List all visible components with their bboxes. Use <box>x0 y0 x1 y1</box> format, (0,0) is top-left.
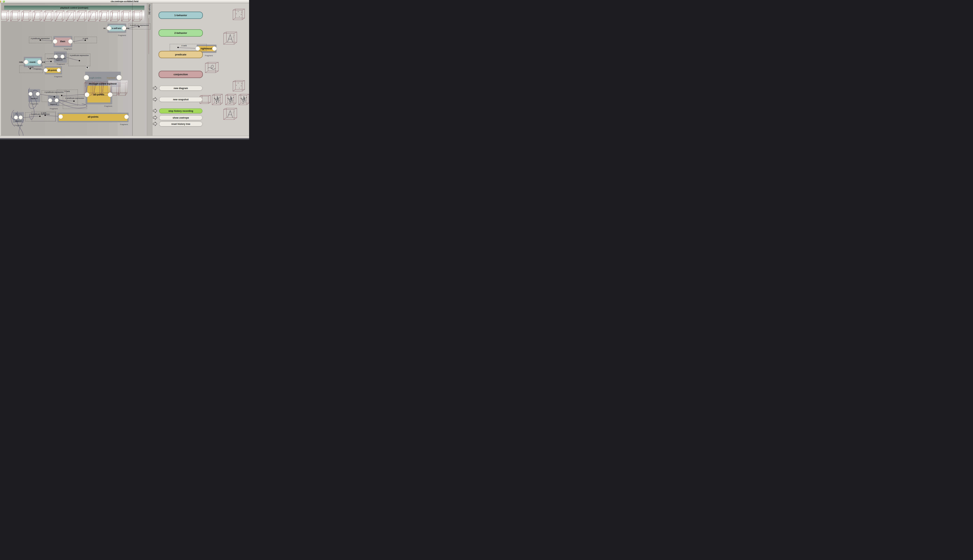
show-zoetrope-label: show zoetrope <box>172 117 189 119</box>
fragment-id-label: diagram-19 <box>31 98 38 99</box>
snapshot-thumbnail[interactable] <box>239 94 249 105</box>
zoetrope-frame <box>10 10 20 22</box>
behavior1-label: 1-behavior <box>174 14 187 17</box>
fragment-caption: Fragment <box>30 103 38 105</box>
reset-history-tree-label: reset history tree <box>171 123 190 125</box>
port[interactable] <box>117 75 122 80</box>
port[interactable] <box>28 92 32 96</box>
new-snapshot-button[interactable]: new snapshot <box>159 97 202 102</box>
port[interactable] <box>37 60 42 64</box>
port[interactable] <box>19 115 23 119</box>
slot-label: A predicate expression <box>70 55 89 57</box>
port[interactable] <box>48 98 52 102</box>
window-title: cla-zoetrope-scribble2.field <box>0 0 249 3</box>
fragment-label: round- <box>29 61 36 63</box>
fragment-id-label: diagram-22 <box>15 120 22 122</box>
zoetrope-frame <box>1 10 9 22</box>
window-bottom-edge <box>0 138 249 140</box>
snapshot-thumbnail[interactable] <box>205 62 219 73</box>
snapshot-thumbnail[interactable] <box>233 80 245 92</box>
zoetrope-glass-overlay <box>108 80 128 92</box>
zoetrope-frame <box>99 10 109 22</box>
port[interactable] <box>196 47 200 51</box>
slot-label: A verb <box>83 38 88 40</box>
zoetrope-frame <box>77 10 87 22</box>
arrow-right-icon <box>152 115 158 120</box>
slot-label: A verb <box>28 66 33 68</box>
reset-history-tree-button[interactable]: reset history tree <box>159 122 202 127</box>
playback-control-header[interactable]: playback control (zoetrope) <box>4 6 144 10</box>
fragment-label: then <box>60 40 65 43</box>
title-bar[interactable]: cla-zoetrope-scribble2.field <box>0 0 249 3</box>
arrow-right-icon <box>152 108 158 113</box>
conjunction-button[interactable]: conjunction <box>159 71 203 78</box>
snapshot-thumbnail[interactable] <box>225 94 236 105</box>
stop-history-recording-label: stop history recording <box>168 110 193 112</box>
port[interactable] <box>60 55 64 58</box>
conjunction-label: conjunction <box>174 73 188 76</box>
fragment-label: all-points <box>88 115 99 118</box>
port[interactable] <box>108 92 112 97</box>
tc-ghost-left: ough-centre <box>89 77 101 79</box>
snapshot-thumbnail[interactable] <box>223 32 237 45</box>
behavior2-label: 2-behavior <box>174 32 187 34</box>
stop-history-recording-button[interactable]: stop history recording <box>159 108 202 113</box>
port[interactable] <box>44 68 48 72</box>
zoetrope-frame <box>65 10 76 22</box>
arrow-right-icon <box>152 85 158 91</box>
port[interactable] <box>85 92 89 97</box>
behavior2-button[interactable]: 2-behavior <box>159 29 203 37</box>
new-diagram-label: new diagram <box>174 87 188 90</box>
fragment-label: all-points <box>94 93 104 96</box>
zoetrope-film-strip[interactable] <box>1 10 144 22</box>
port[interactable] <box>122 26 126 30</box>
port[interactable] <box>107 26 111 30</box>
behavior1-button[interactable]: 1-behavior <box>159 12 203 19</box>
mouse-cursor <box>86 66 89 69</box>
slot-label: A verb <box>41 112 46 114</box>
snapshot-thumbnail[interactable] <box>223 108 237 120</box>
arrow-right-icon <box>152 121 158 127</box>
new-diagram-button[interactable]: new diagram <box>159 86 202 91</box>
port[interactable] <box>212 47 217 51</box>
port[interactable] <box>54 55 58 58</box>
playback-control-label: playback control (zoetrope) <box>60 7 89 9</box>
new-snapshot-label: new snapshot <box>173 98 189 101</box>
port[interactable] <box>124 115 129 119</box>
finish-strip[interactable]: finish (b) <box>147 3 152 136</box>
fragment-label: ro <box>104 27 106 29</box>
fragment-label: rightmost <box>201 47 212 50</box>
port[interactable] <box>53 39 57 43</box>
snapshot-thumbnail[interactable] <box>212 94 222 105</box>
port[interactable] <box>14 115 18 119</box>
zoetrope-frame <box>43 10 53 22</box>
port[interactable] <box>55 98 59 102</box>
fragment-caption: Fragment <box>118 34 126 37</box>
port[interactable] <box>68 39 73 43</box>
fragment-caption: Fragment <box>205 55 213 57</box>
zoetrope-frame <box>21 10 31 22</box>
zoetrope-frame <box>110 10 120 22</box>
port[interactable] <box>59 115 63 119</box>
fragment-caption: Fragment <box>64 48 72 50</box>
fragment-caption: Fragment <box>104 105 112 107</box>
zoetrope-frame <box>55 10 65 22</box>
slot-label: A verb <box>64 90 70 92</box>
port[interactable] <box>24 60 28 64</box>
fragment-label: all-points <box>48 69 57 72</box>
port[interactable] <box>84 75 89 80</box>
fragment-label: e-x <box>42 61 45 63</box>
window-button-green[interactable] <box>3 0 5 3</box>
port[interactable] <box>57 68 61 72</box>
fragment-label: rota <box>19 61 23 63</box>
slot-label: A predicate expression <box>65 97 84 99</box>
predicate-button[interactable]: predicate <box>159 51 203 58</box>
fragment-label: d-x <box>126 27 129 29</box>
zoetrope-frame <box>132 10 142 22</box>
arrow-right-icon <box>152 97 158 102</box>
snapshot-thumbnail[interactable] <box>233 9 245 20</box>
slot-label: A predicate expression <box>31 38 50 40</box>
fragment-caption: Fragment <box>120 123 128 125</box>
port[interactable] <box>36 92 40 96</box>
show-zoetrope-button[interactable]: show zoetrope <box>159 115 202 120</box>
